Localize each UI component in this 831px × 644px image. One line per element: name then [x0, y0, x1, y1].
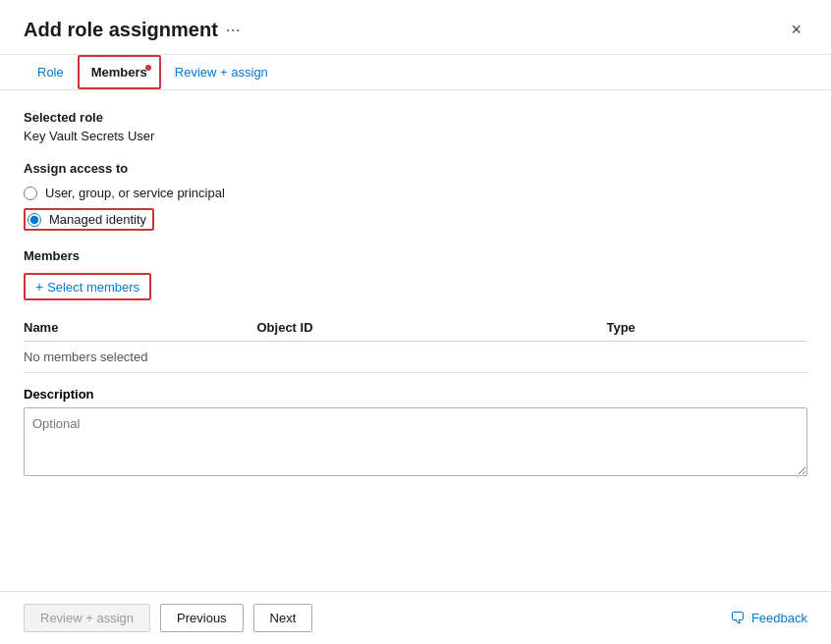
tab-review-assign[interactable]: Review + assign: [161, 55, 282, 89]
select-members-label: Select members: [47, 280, 139, 295]
description-label: Description: [24, 387, 807, 402]
radio-managed-identity[interactable]: Managed identity: [24, 208, 807, 231]
more-options-icon[interactable]: ···: [226, 20, 241, 40]
members-section: Members + Select members: [24, 248, 807, 300]
add-role-assignment-dialog: Add role assignment ··· × Role Members R…: [0, 0, 831, 644]
feedback-label: Feedback: [751, 611, 807, 625]
col-type: Type: [606, 314, 807, 342]
managed-identity-box: Managed identity: [24, 208, 154, 231]
radio-group: User, group, or service principal Manage…: [24, 186, 807, 231]
previous-button[interactable]: Previous: [160, 604, 244, 632]
feedback-button[interactable]: 🗨 Feedback: [730, 610, 807, 627]
no-members-message: No members selected: [24, 342, 807, 373]
selected-role-value: Key Vault Secrets User: [24, 129, 807, 143]
feedback-icon: 🗨: [730, 610, 746, 627]
radio-user-group[interactable]: User, group, or service principal: [24, 186, 807, 200]
table-header: Name Object ID Type: [24, 314, 807, 342]
col-object-id: Object ID: [257, 314, 607, 342]
dialog-header: Add role assignment ··· ×: [0, 0, 831, 55]
select-members-button[interactable]: + Select members: [24, 273, 151, 300]
table-row-empty: No members selected: [24, 342, 807, 373]
tab-role[interactable]: Role: [24, 55, 78, 89]
radio-user-group-input[interactable]: [24, 187, 37, 200]
close-button[interactable]: ×: [785, 18, 807, 42]
dialog-footer: Review + assign Previous Next 🗨 Feedback: [0, 591, 831, 644]
radio-managed-identity-input[interactable]: [28, 213, 41, 227]
tab-members[interactable]: Members: [78, 55, 161, 89]
selected-role-label: Selected role: [24, 110, 807, 125]
radio-user-group-label: User, group, or service principal: [45, 186, 225, 200]
assign-access-group: Assign access to User, group, or service…: [24, 161, 807, 231]
description-section: Description: [24, 387, 807, 479]
title-row: Add role assignment ···: [24, 19, 241, 41]
members-table: Name Object ID Type No members selected: [24, 314, 807, 373]
review-assign-button[interactable]: Review + assign: [24, 604, 150, 632]
members-label: Members: [24, 248, 807, 263]
members-tab-dot: [145, 65, 151, 71]
tab-bar: Role Members Review + assign: [0, 55, 831, 90]
footer-right: 🗨 Feedback: [730, 610, 807, 627]
radio-managed-identity-label: Managed identity: [49, 212, 146, 227]
plus-icon: +: [35, 279, 43, 295]
next-button[interactable]: Next: [253, 604, 313, 632]
assign-access-label: Assign access to: [24, 161, 807, 176]
col-name: Name: [24, 314, 257, 342]
description-input[interactable]: [24, 407, 807, 476]
dialog-body: Selected role Key Vault Secrets User Ass…: [0, 90, 831, 591]
footer-left: Review + assign Previous Next: [24, 604, 312, 632]
selected-role-group: Selected role Key Vault Secrets User: [24, 110, 807, 143]
table-body: No members selected: [24, 342, 807, 373]
dialog-title: Add role assignment: [24, 19, 218, 41]
